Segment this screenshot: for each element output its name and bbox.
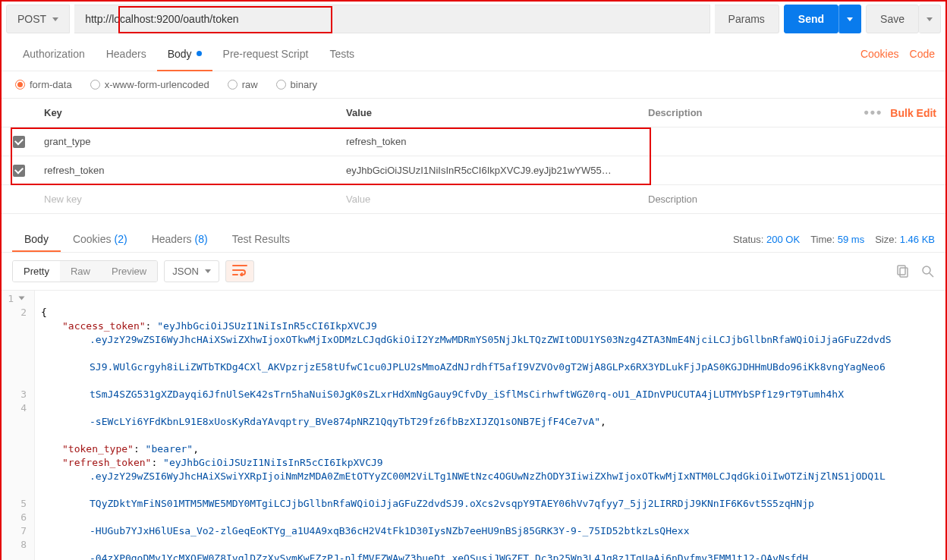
- view-mode-segment: Pretty Raw Preview: [12, 260, 158, 282]
- kv-desc-placeholder[interactable]: Description: [640, 193, 854, 205]
- kv-header-key: Key: [36, 107, 338, 118]
- http-method-select[interactable]: POST: [6, 5, 70, 33]
- svg-rect-1: [898, 266, 905, 275]
- radio-form-data[interactable]: form-data: [15, 79, 72, 90]
- resp-tab-test-results[interactable]: Test Results: [220, 226, 302, 252]
- unsaved-dot-icon: [197, 51, 202, 56]
- format-label: JSON: [172, 266, 199, 277]
- chevron-down-icon: [847, 17, 853, 21]
- kv-header-description: Description: [640, 107, 854, 118]
- kv-key-cell[interactable]: refresh_token: [36, 165, 338, 176]
- kv-value-cell[interactable]: refresh_token: [338, 136, 640, 147]
- svg-point-2: [923, 266, 930, 274]
- save-button[interactable]: Save: [866, 5, 919, 33]
- checkbox-icon[interactable]: [13, 136, 25, 148]
- url-input[interactable]: [74, 5, 709, 33]
- chevron-down-icon: [205, 269, 211, 273]
- time-value: 59 ms: [838, 234, 864, 245]
- wrap-lines-button[interactable]: [225, 260, 254, 282]
- kv-header-row: Key Value Description ••• Bulk Edit: [2, 99, 945, 127]
- response-body-viewer[interactable]: 1 2 3 4 5 6 7 8 { "access_token": "eyJhb…: [2, 290, 945, 560]
- view-raw-button[interactable]: Raw: [60, 261, 101, 282]
- wrap-icon: [232, 264, 247, 276]
- format-select[interactable]: JSON: [164, 260, 219, 282]
- params-button[interactable]: Params: [715, 5, 779, 33]
- kv-key-placeholder[interactable]: New key: [36, 193, 338, 205]
- status-value: 200 OK: [766, 234, 800, 245]
- tab-authorization[interactable]: Authorization: [12, 36, 96, 71]
- chevron-down-icon: [52, 17, 58, 21]
- code-link[interactable]: Code: [910, 48, 935, 60]
- fold-icon[interactable]: [19, 297, 25, 300]
- search-icon[interactable]: [921, 265, 935, 278]
- time-label: Time:: [810, 234, 835, 245]
- send-button[interactable]: Send: [784, 5, 838, 33]
- table-row[interactable]: refresh_token eyJhbGciOiJSUzI1NiIsInR5cC…: [2, 156, 945, 185]
- chevron-down-icon: [927, 17, 933, 21]
- http-method-label: POST: [17, 13, 46, 25]
- table-row[interactable]: grant_type refresh_token: [2, 127, 945, 156]
- kv-key-cell[interactable]: grant_type: [36, 136, 338, 147]
- svg-rect-0: [900, 268, 908, 277]
- size-value: 1.46 KB: [900, 234, 935, 245]
- resp-tab-cookies[interactable]: Cookies (2): [61, 226, 140, 252]
- checkbox-icon[interactable]: [13, 165, 25, 177]
- size-label: Size:: [875, 234, 897, 245]
- radio-binary[interactable]: binary: [276, 79, 317, 90]
- save-dropdown-button[interactable]: [919, 5, 941, 33]
- radio-urlencoded[interactable]: x-www-form-urlencoded: [90, 79, 209, 90]
- radio-icon: [90, 80, 100, 90]
- kv-value-placeholder[interactable]: Value: [338, 193, 640, 205]
- tab-body-label: Body: [168, 48, 192, 60]
- radio-icon: [15, 80, 25, 90]
- radio-icon: [228, 80, 238, 90]
- cookies-link[interactable]: Cookies: [860, 48, 899, 60]
- copy-icon[interactable]: [897, 265, 911, 278]
- send-dropdown-button[interactable]: [838, 5, 861, 33]
- radio-icon: [276, 80, 286, 90]
- tab-prerequest[interactable]: Pre-request Script: [212, 36, 319, 71]
- more-icon[interactable]: •••: [864, 105, 883, 121]
- kv-value-cell[interactable]: eyJhbGciOiJSUzI1NiIsInR5cCI6IkpXVCJ9.eyJ…: [338, 165, 640, 176]
- view-pretty-button[interactable]: Pretty: [13, 261, 60, 282]
- resp-tab-headers[interactable]: Headers (8): [140, 226, 220, 252]
- tab-body[interactable]: Body: [157, 36, 212, 71]
- resp-tab-body[interactable]: Body: [12, 226, 61, 252]
- svg-line-3: [930, 273, 933, 277]
- kv-header-value: Value: [338, 107, 640, 118]
- line-gutter: 1 2 3 4 5 6 7 8: [2, 291, 35, 560]
- tab-tests[interactable]: Tests: [319, 36, 365, 71]
- status-label: Status:: [733, 234, 763, 245]
- json-code[interactable]: { "access_token": "eyJhbGciOiJSUzI1NiIsI…: [35, 291, 945, 560]
- bulk-edit-link[interactable]: Bulk Edit: [890, 107, 936, 119]
- table-row-new[interactable]: New key Value Description: [2, 185, 945, 214]
- radio-raw[interactable]: raw: [228, 79, 258, 90]
- tab-headers[interactable]: Headers: [96, 36, 157, 71]
- view-preview-button[interactable]: Preview: [101, 261, 157, 282]
